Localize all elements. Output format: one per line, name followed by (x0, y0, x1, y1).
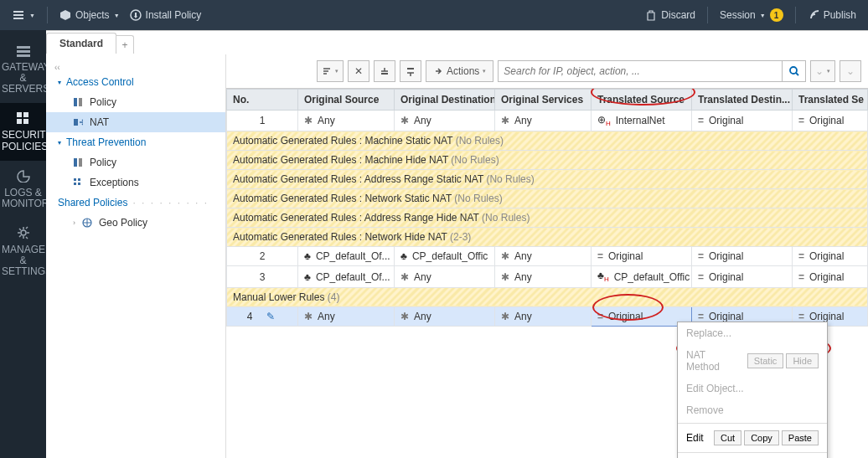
svg-rect-9 (17, 119, 22, 124)
nav-shared-policies[interactable]: Shared Policies· · · · · · · · · (46, 193, 225, 213)
svg-rect-12 (74, 98, 77, 106)
tool-insert-above[interactable] (374, 60, 395, 82)
section-header[interactable]: Automatic Generated Rules : Address Rang… (227, 208, 868, 228)
svg-rect-19 (74, 183, 76, 185)
cell[interactable]: ♣HCP_default_Offic (592, 266, 692, 287)
cell[interactable]: ✱Any (395, 111, 495, 131)
menu-cut[interactable]: Cut (714, 430, 741, 445)
section-header[interactable]: Automatic Generated Rules : Address Rang… (227, 170, 868, 189)
rail-logs[interactable]: LOGS & MONITOR (0, 161, 46, 218)
nat-static-button: Static (747, 353, 784, 368)
cell[interactable]: ✱Any (298, 111, 395, 131)
cell-no[interactable]: 4✎ (227, 306, 298, 326)
nat-icon (73, 117, 83, 127)
menu-edit-object: Edit Object... (678, 378, 827, 399)
tool-insert-below[interactable] (400, 60, 421, 82)
host-icon: ♣ (400, 250, 407, 262)
net-icon: ⊕H (597, 114, 611, 127)
svg-rect-0 (13, 11, 23, 13)
cell[interactable]: ✱Any (495, 247, 592, 266)
nav-tp-exceptions[interactable]: Exceptions (46, 172, 225, 193)
col-no[interactable]: No. (227, 90, 298, 111)
svg-rect-23 (407, 68, 414, 69)
section-header[interactable]: Manual Lower Rules (4) (227, 287, 868, 306)
svg-point-11 (21, 230, 26, 235)
tool-sort[interactable] (317, 60, 344, 82)
nav-tp-policy[interactable]: Policy (46, 152, 225, 172)
search-input[interactable] (498, 60, 783, 82)
nat-hide-button: Hide (786, 353, 819, 368)
cell[interactable]: =Original (793, 266, 868, 287)
discard-button[interactable]: Discard (640, 6, 700, 24)
cell[interactable]: ♣CP_default_Offic (395, 247, 495, 266)
cell-no[interactable]: 2 (227, 247, 298, 266)
session-menu[interactable]: Session▼1 (715, 5, 788, 25)
host-icon: ♣ (304, 271, 311, 283)
cell-no[interactable]: 3 (227, 266, 298, 287)
cell[interactable]: ✱Any (395, 306, 495, 326)
col-trans-services[interactable]: Translated Se (793, 90, 868, 111)
tool-delete[interactable]: ✕ (348, 60, 369, 82)
svg-rect-13 (79, 98, 82, 106)
cell[interactable]: ✱Any (395, 266, 495, 287)
nav-geo-policy[interactable]: ›Geo Policy (46, 213, 225, 233)
col-trans-dest[interactable]: Translated Destin... (692, 90, 793, 111)
rail-gateways[interactable]: GATEWAYS & SERVERS (0, 37, 46, 103)
cell[interactable]: ♣CP_default_Of... (298, 247, 395, 266)
svg-rect-16 (79, 158, 82, 167)
svg-rect-6 (17, 54, 30, 57)
context-menu: Replace... NAT Method StaticHide Edit Ob… (677, 322, 828, 458)
collapse-nav[interactable]: ‹‹ (46, 63, 225, 72)
cell[interactable]: =Original (592, 247, 692, 266)
svg-rect-14 (74, 119, 78, 126)
col-orig-services[interactable]: Original Services (495, 90, 592, 111)
cell[interactable]: =Original (793, 247, 868, 266)
cell[interactable]: =Original (793, 111, 868, 131)
search-button[interactable] (783, 60, 806, 82)
svg-rect-10 (23, 119, 28, 124)
cell[interactable]: ✱Any (298, 306, 395, 326)
objects-menu[interactable]: Objects▼ (54, 6, 125, 24)
menu-where-used[interactable]: Where Used... (678, 455, 827, 458)
section-header[interactable]: Automatic Generated Rules : Network Hide… (227, 228, 868, 247)
cell[interactable]: ✱Any (495, 111, 592, 131)
install-policy-button[interactable]: Install Policy (125, 6, 207, 24)
rail-manage[interactable]: MANAGE & SETTINGS (0, 218, 46, 286)
session-badge: 1 (770, 8, 783, 22)
tool-nav-next[interactable]: ⌄ (840, 60, 861, 82)
cell[interactable]: ✱Any (495, 266, 592, 287)
menu-paste[interactable]: Paste (782, 430, 819, 445)
cell[interactable]: =Original (692, 247, 793, 266)
app-menu-icon[interactable]: ▼ (7, 5, 40, 25)
cell[interactable]: ✱Any (495, 306, 592, 326)
host-icon: ♣H (597, 270, 609, 283)
cell-no[interactable]: 1 (227, 111, 298, 131)
menu-copy[interactable]: Copy (744, 430, 779, 445)
svg-rect-15 (74, 158, 77, 167)
nav-threat-prevention[interactable]: Threat Prevention (46, 132, 225, 152)
nav-ac-policy[interactable]: Policy (46, 92, 225, 112)
section-header[interactable]: Automatic Generated Rules : Machine Stat… (227, 131, 868, 151)
col-orig-dest[interactable]: Original Destination (395, 90, 495, 111)
tab-standard[interactable]: Standard (46, 33, 116, 54)
tool-actions[interactable]: Actions (426, 60, 493, 82)
col-orig-source[interactable]: Original Source (298, 90, 395, 111)
svg-rect-4 (17, 46, 30, 49)
publish-button[interactable]: Publish (803, 6, 861, 24)
nav-access-control[interactable]: Access Control (46, 72, 225, 92)
cell[interactable]: ♣CP_default_Of... (298, 266, 395, 287)
svg-point-24 (790, 67, 797, 74)
tool-nav-prev[interactable]: ⌄ (810, 60, 835, 82)
section-header[interactable]: Automatic Generated Rules : Machine Hide… (227, 151, 868, 170)
menu-edit[interactable]: Edit CutCopyPaste (678, 425, 827, 450)
section-header[interactable]: Automatic Generated Rules : Network Stat… (227, 189, 868, 208)
menu-nat-method: NAT Method StaticHide (678, 344, 827, 378)
tab-add[interactable]: + (116, 35, 134, 54)
pencil-icon: ✎ (266, 311, 275, 322)
cell[interactable]: ⊕HInternalNet (592, 111, 692, 131)
col-trans-source[interactable]: Translated Source (592, 90, 692, 111)
cell[interactable]: =Original (692, 266, 793, 287)
nav-ac-nat[interactable]: NAT (46, 112, 225, 132)
cell[interactable]: =Original (692, 111, 793, 131)
rail-security-policies[interactable]: SECURITY POLICIES (0, 103, 46, 160)
